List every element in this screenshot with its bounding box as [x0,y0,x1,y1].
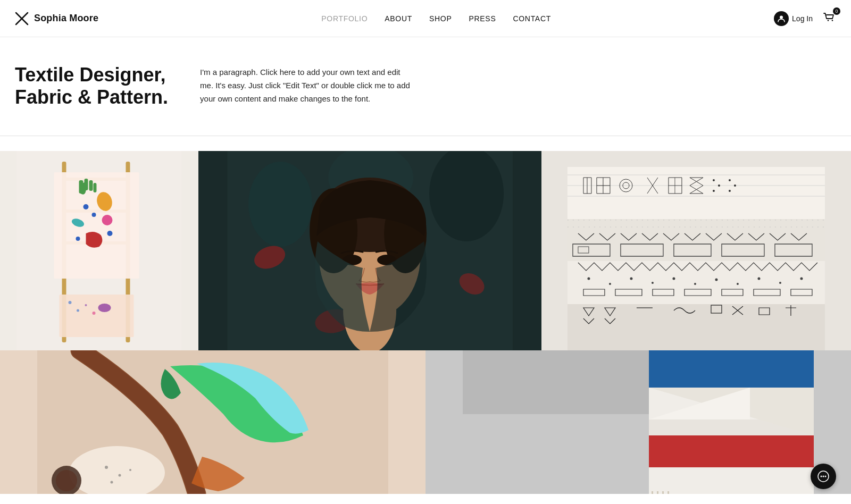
svg-point-96 [823,476,824,477]
svg-point-52 [652,282,654,284]
header: Sophia Moore PORTFOLIO ABOUT SHOP PRESS … [0,0,851,37]
svg-point-79 [56,470,77,491]
svg-point-57 [758,277,761,280]
svg-point-29 [98,304,111,312]
svg-point-70 [729,190,731,192]
gallery-image-5 [426,350,851,494]
login-button[interactable]: Log In [774,11,813,26]
svg-point-59 [800,277,803,280]
svg-point-32 [248,162,312,247]
nav-press[interactable]: PRESS [469,14,496,23]
svg-point-56 [737,283,739,285]
svg-rect-93 [668,491,669,494]
chat-icon [817,471,829,482]
hero-section: Textile Designer, Fabric & Pattern. I'm … [0,37,851,136]
svg-rect-13 [79,180,83,194]
nav-portfolio[interactable]: PORTFOLIO [321,14,368,23]
svg-rect-88 [649,467,814,494]
logo-icon [15,12,29,26]
svg-rect-84 [649,350,814,388]
hero-title: Textile Designer, Fabric & Pattern. [15,64,168,109]
svg-point-19 [91,213,96,217]
cart-button[interactable]: 0 [822,11,836,27]
svg-point-50 [609,283,611,285]
svg-point-2 [780,15,783,19]
svg-point-25 [68,301,71,304]
svg-rect-48 [568,257,825,304]
svg-point-69 [734,184,736,187]
svg-point-28 [92,312,95,315]
svg-point-77 [111,481,113,483]
svg-point-55 [715,278,718,281]
login-label: Log In [792,14,813,23]
svg-point-58 [779,282,781,284]
gallery-item-2[interactable] [198,151,541,350]
svg-point-22 [76,237,80,241]
svg-point-49 [588,277,590,280]
main-nav: PORTFOLIO ABOUT SHOP PRESS CONTACT [321,14,551,23]
svg-point-23 [107,231,112,236]
gallery-item-5[interactable] [426,350,851,494]
gallery-image-2 [198,151,541,350]
cart-badge: 0 [833,7,840,15]
gallery-item-1[interactable] [0,151,198,350]
svg-point-65 [713,179,715,181]
gallery-image-4 [0,350,426,494]
svg-point-27 [85,304,87,306]
svg-point-66 [718,184,720,187]
svg-point-18 [83,204,88,209]
nav-contact[interactable]: CONTACT [513,14,551,23]
svg-rect-90 [652,491,653,494]
logo[interactable]: Sophia Moore [15,12,98,26]
section-divider [0,136,851,136]
svg-rect-91 [657,491,658,494]
svg-point-53 [673,277,675,280]
gallery-item-4[interactable] [0,350,426,494]
svg-rect-60 [568,215,825,261]
svg-rect-92 [662,491,664,494]
nav-shop[interactable]: SHOP [429,14,452,23]
svg-rect-14 [84,179,88,190]
svg-point-76 [129,469,131,471]
svg-point-67 [713,190,715,192]
svg-point-4 [832,20,833,21]
gallery-top-row [0,151,851,350]
svg-rect-87 [649,435,814,467]
gallery-bottom-row [0,350,851,494]
hero-description: I'm a paragraph. Click here to add your … [200,64,413,105]
chat-button[interactable] [811,464,836,489]
svg-point-75 [119,474,121,476]
svg-point-26 [77,309,79,312]
header-actions: Log In 0 [774,11,836,27]
svg-rect-16 [93,183,96,192]
gallery-item-3[interactable] [541,151,851,350]
user-icon [774,11,789,26]
logo-text: Sophia Moore [34,13,98,24]
svg-point-54 [694,283,696,285]
gallery-image-1 [0,151,198,350]
svg-rect-24 [59,295,134,337]
svg-point-74 [105,466,108,469]
svg-point-20 [102,215,112,225]
svg-point-51 [630,277,633,280]
nav-about[interactable]: ABOUT [385,14,412,23]
svg-point-95 [821,476,822,477]
svg-rect-46 [568,300,825,350]
svg-point-97 [825,476,827,477]
svg-rect-15 [89,180,93,191]
svg-point-68 [729,179,731,181]
gallery-image-3 [541,151,851,350]
svg-point-3 [828,20,829,21]
